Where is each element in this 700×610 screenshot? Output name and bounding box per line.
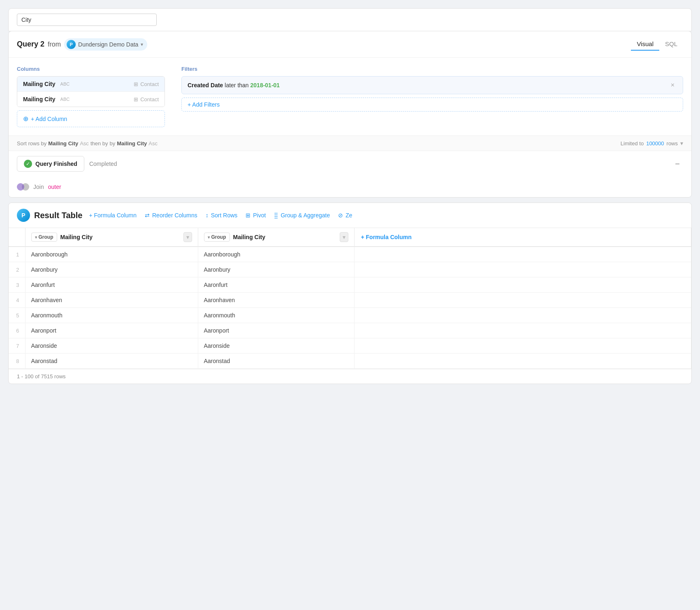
row-num: 4 bbox=[9, 293, 25, 308]
result-title-area: P Result Table bbox=[17, 209, 82, 222]
group-chevron-icon: ▾ bbox=[35, 235, 37, 240]
table-row: 3 Aaronfurt Aaronfurt bbox=[9, 277, 691, 293]
group-aggregate-icon: ⣿ bbox=[274, 212, 278, 219]
pivot-icon: ⊞ bbox=[246, 212, 250, 219]
sort-dir-2: Asc bbox=[148, 140, 158, 147]
tab-sql[interactable]: SQL bbox=[659, 38, 683, 51]
cell-col2: Aaronhaven bbox=[198, 293, 354, 308]
col-expand-button-1[interactable]: ▾ bbox=[183, 232, 192, 242]
filter-close-icon[interactable]: × bbox=[668, 81, 677, 90]
cell-formula bbox=[354, 277, 691, 293]
query-from-label: from bbox=[48, 41, 61, 48]
cell-col1: Aaronborough bbox=[25, 247, 198, 262]
query-completed-label: Completed bbox=[89, 161, 117, 167]
tab-visual[interactable]: Visual bbox=[631, 38, 659, 51]
reorder-columns-button[interactable]: ⇄ Reorder Columns bbox=[145, 212, 197, 219]
cell-col1: Aaronbury bbox=[25, 262, 198, 277]
table-row: 2 Aaronbury Aaronbury bbox=[9, 262, 691, 277]
formula-column-label: + Formula Column bbox=[89, 212, 137, 219]
add-column-button[interactable]: ⊕ + Add Column bbox=[17, 110, 165, 127]
datasource-name: Dundersign Demo Data bbox=[78, 41, 138, 48]
result-table-title: Result Table bbox=[34, 211, 82, 220]
sort-rows-button[interactable]: ↕ Sort Rows bbox=[206, 212, 238, 219]
cell-col1: Aaronside bbox=[25, 338, 198, 354]
view-tabs: Visual SQL bbox=[631, 38, 683, 51]
cell-formula bbox=[354, 262, 691, 277]
filters-label: Filters bbox=[181, 66, 683, 72]
column-item[interactable]: Mailing City ABC ⊞ Contact bbox=[17, 77, 165, 92]
cell-col2: Aaronport bbox=[198, 323, 354, 338]
row-limit-chevron-icon[interactable]: ▾ bbox=[680, 140, 683, 147]
city-input[interactable] bbox=[17, 14, 157, 26]
collapse-button[interactable]: − bbox=[672, 158, 683, 170]
column-header-name-1: Mailing City bbox=[60, 234, 93, 240]
ze-label: Ze bbox=[345, 212, 352, 219]
row-num: 2 bbox=[9, 262, 25, 277]
sort-field-2: Mailing City bbox=[117, 140, 147, 147]
cell-formula bbox=[354, 354, 691, 369]
row-limit: Limited to 100000 rows ▾ bbox=[621, 140, 683, 147]
cell-col1: Aaronhaven bbox=[25, 293, 198, 308]
cell-formula bbox=[354, 247, 691, 262]
pivot-label: Pivot bbox=[253, 212, 266, 219]
join-type-label[interactable]: outer bbox=[48, 184, 61, 190]
col-header-2: ▾ Group Mailing City ▾ bbox=[198, 228, 354, 247]
sort-dir-1: Asc bbox=[80, 140, 89, 147]
filter-field: Created Date bbox=[188, 82, 223, 88]
column-source-name: Contact bbox=[140, 81, 159, 87]
formula-column-button[interactable]: + Formula Column bbox=[89, 212, 137, 219]
row-num: 3 bbox=[9, 277, 25, 293]
row-num: 5 bbox=[9, 308, 25, 323]
col-header-inner-2: ▾ Group Mailing City ▾ bbox=[198, 228, 354, 246]
table-body: 1 Aaronborough Aaronborough 2 Aaronbury … bbox=[9, 247, 691, 369]
group-chevron-icon-2: ▾ bbox=[208, 235, 210, 240]
row-count: 1 - 100 of 7515 rows bbox=[9, 369, 691, 384]
column-item[interactable]: Mailing City ABC ⊞ Contact bbox=[17, 92, 165, 107]
columns-label: Columns bbox=[17, 66, 165, 72]
filter-operator: later than bbox=[225, 82, 250, 88]
query-finished-button[interactable]: ✓ Query Finished bbox=[17, 156, 84, 172]
status-area: ✓ Query Finished Completed bbox=[17, 156, 117, 172]
group-badge-1[interactable]: ▾ Group bbox=[31, 233, 57, 242]
sort-field-1: Mailing City bbox=[48, 140, 78, 147]
cell-formula bbox=[354, 293, 691, 308]
column-name: Mailing City bbox=[23, 96, 56, 102]
cell-col2: Aaronside bbox=[198, 338, 354, 354]
result-actions: + Formula Column ⇄ Reorder Columns ↕ Sor… bbox=[89, 212, 683, 219]
join-label: Join bbox=[33, 184, 44, 190]
col-header-inner-1: ▾ Group Mailing City ▾ bbox=[25, 228, 198, 246]
result-header: P Result Table + Formula Column ⇄ Reorde… bbox=[9, 203, 691, 228]
cell-col2: Aaronfurt bbox=[198, 277, 354, 293]
cell-col2: Aaronbury bbox=[198, 262, 354, 277]
query-status-row: ✓ Query Finished Completed − bbox=[9, 151, 691, 177]
sort-info: Sort rows by Mailing City Asc then by by… bbox=[17, 140, 158, 147]
row-num: 7 bbox=[9, 338, 25, 354]
cell-col2: Aaronmouth bbox=[198, 308, 354, 323]
column-type: ABC bbox=[60, 81, 70, 86]
cell-col1: Aaronfurt bbox=[25, 277, 198, 293]
add-column-label: + Add Column bbox=[31, 116, 67, 122]
datasource-icon: P bbox=[67, 40, 76, 49]
add-filters-button[interactable]: + Add Filters bbox=[181, 98, 683, 112]
row-num-header bbox=[9, 228, 25, 247]
ze-button[interactable]: ⊘ Ze bbox=[338, 212, 352, 219]
column-source-name: Contact bbox=[140, 96, 159, 102]
table-row: 8 Aaronstad Aaronstad bbox=[9, 354, 691, 369]
datasource-badge[interactable]: P Dundersign Demo Data ▾ bbox=[64, 38, 147, 51]
join-left-circle bbox=[17, 183, 24, 191]
column-name: Mailing City bbox=[23, 81, 56, 87]
col-expand-button-2[interactable]: ▾ bbox=[340, 232, 348, 242]
sort-rows-by-label: Sort rows by bbox=[17, 140, 46, 147]
ze-icon: ⊘ bbox=[338, 212, 343, 219]
sort-by-label: by bbox=[110, 140, 116, 147]
cell-formula bbox=[354, 308, 691, 323]
col-header-formula: + Formula Column bbox=[354, 228, 691, 247]
add-filters-label: + Add Filters bbox=[188, 101, 220, 108]
add-formula-column-header-button[interactable]: + Formula Column bbox=[355, 230, 691, 244]
filter-item: Created Date later than 2018-01-01 × bbox=[181, 76, 683, 94]
pivot-button[interactable]: ⊞ Pivot bbox=[246, 212, 266, 219]
filter-value: 2018-01-01 bbox=[250, 82, 280, 88]
group-aggregate-button[interactable]: ⣿ Group & Aggregate bbox=[274, 212, 330, 219]
group-badge-2[interactable]: ▾ Group bbox=[204, 233, 230, 242]
join-section: Join outer bbox=[9, 177, 691, 197]
